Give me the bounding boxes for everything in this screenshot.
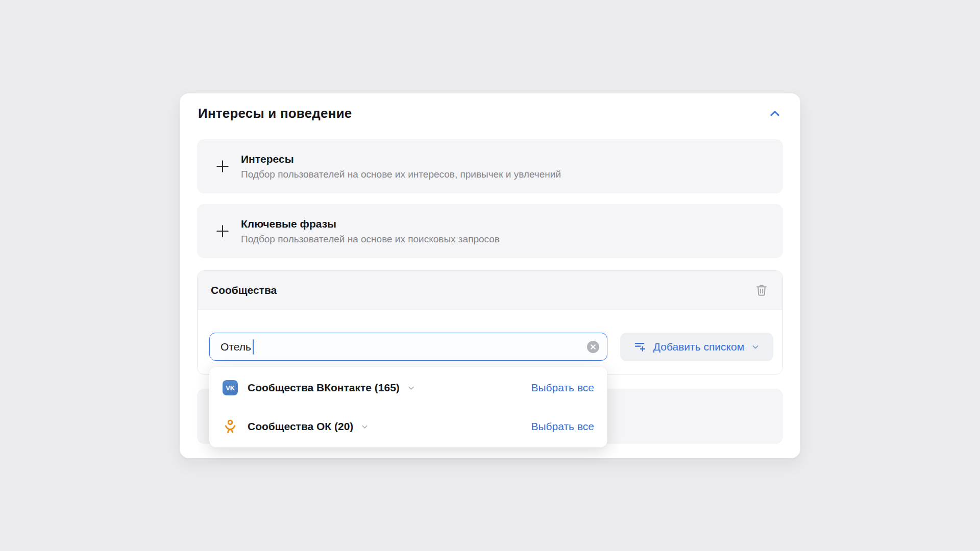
vk-monogram: VK — [223, 380, 238, 395]
vk-logo-icon: VK — [223, 380, 238, 395]
select-all-ok-link[interactable]: Выбрать все — [531, 420, 594, 433]
add-by-list-button[interactable]: Добавить списком — [620, 333, 773, 361]
chevron-up-icon — [768, 107, 781, 120]
option-title: Интересы — [241, 152, 561, 166]
plus-icon — [214, 223, 231, 239]
interests-behavior-panel: Интересы и поведение Интересы Подбор пол… — [180, 93, 800, 458]
chevron-down-icon[interactable] — [406, 383, 416, 393]
ok-group-label[interactable]: Сообщества ОК (20) — [248, 420, 353, 433]
communities-search-results-dropdown: VK Сообщества ВКонтакте (165) Выбрать вс… — [209, 367, 607, 447]
add-list-icon — [633, 340, 647, 354]
option-subtitle: Подбор пользователей на основе их поиско… — [241, 233, 500, 245]
clear-circle-icon — [586, 340, 600, 354]
communities-header: Сообщества — [198, 271, 782, 310]
ok-communities-group-row: Сообщества ОК (20) Выбрать все — [209, 407, 607, 446]
select-all-vk-link[interactable]: Выбрать все — [531, 382, 594, 394]
page: Интересы и поведение Интересы Подбор пол… — [0, 0, 980, 551]
communities-section: Сообщества Отель — [197, 270, 783, 374]
community-search-input[interactable]: Отель — [209, 333, 607, 361]
option-title: Ключевые фразы — [241, 217, 500, 231]
chevron-down-icon — [751, 342, 760, 352]
vk-group-label[interactable]: Сообщества ВКонтакте (165) — [248, 382, 400, 394]
delete-communities-button[interactable] — [754, 283, 769, 298]
clear-search-button[interactable] — [586, 340, 600, 354]
trash-icon — [754, 283, 769, 297]
communities-title: Сообщества — [211, 284, 277, 296]
add-by-list-label: Добавить списком — [653, 341, 744, 353]
plus-icon — [214, 158, 231, 174]
vk-communities-group-row: VK Сообщества ВКонтакте (165) Выбрать вс… — [209, 368, 607, 407]
ok-logo-icon — [223, 419, 238, 434]
chevron-down-icon[interactable] — [360, 422, 370, 432]
communities-body: Отель — [198, 310, 782, 374]
add-key-phrases-option[interactable]: Ключевые фразы Подбор пользователей на о… — [197, 204, 783, 258]
search-input-value: Отель — [220, 341, 251, 353]
add-interests-option[interactable]: Интересы Подбор пользователей на основе … — [197, 139, 783, 193]
panel-title: Интересы и поведение — [198, 106, 352, 121]
option-text: Ключевые фразы Подбор пользователей на о… — [241, 217, 500, 245]
collapse-section-button[interactable] — [767, 106, 783, 122]
option-text: Интересы Подбор пользователей на основе … — [241, 152, 561, 181]
option-subtitle: Подбор пользователей на основе их интере… — [241, 168, 561, 181]
text-caret — [253, 339, 254, 355]
